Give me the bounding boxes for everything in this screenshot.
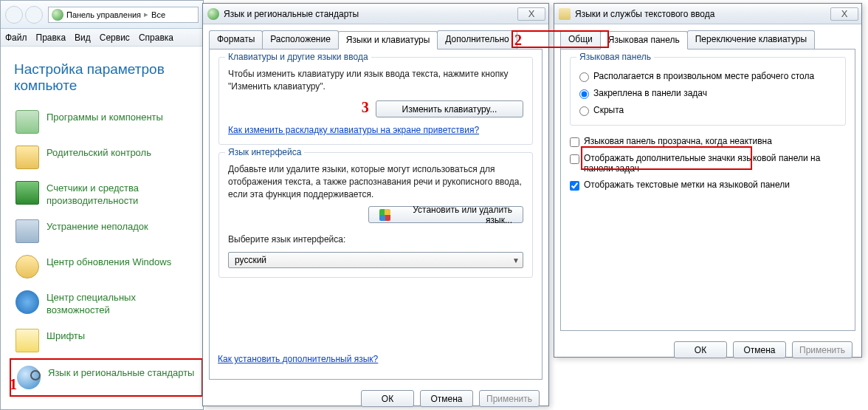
programs-icon <box>16 110 39 134</box>
group-keyboards: Клавиатуры и другие языки ввода Чтобы из… <box>218 57 533 145</box>
address-icon <box>52 9 63 21</box>
ok-button[interactable]: ОК <box>361 390 414 407</box>
tab-language-panel[interactable]: Языковая панель <box>600 31 688 49</box>
menu-help[interactable]: Справка <box>139 33 173 43</box>
item-fonts[interactable]: Шрифты <box>10 323 203 358</box>
chk-transparent[interactable]: Языковая панель прозрачна, когда неактив… <box>570 133 846 150</box>
radio-hidden-input[interactable] <box>579 106 589 116</box>
group-keyboards-text: Чтобы изменить клавиатуру или язык ввода… <box>228 68 523 93</box>
group-keyboards-legend: Клавиатуры и другие языки ввода <box>225 52 371 62</box>
group-language-panel: Языковая панель Располагается в произвол… <box>570 57 846 126</box>
menu-edit[interactable]: Правка <box>36 33 66 43</box>
ok-button[interactable]: ОК <box>674 341 727 358</box>
group-ui-legend: Язык интерфейса <box>225 147 304 157</box>
tab-advanced[interactable]: Дополнительно <box>437 30 517 49</box>
fonts-icon <box>16 329 39 352</box>
performance-icon <box>16 181 39 205</box>
item-windows-update[interactable]: Центр обновления Windows <box>10 249 203 284</box>
nav-forward-button[interactable] <box>25 6 43 24</box>
item-accessibility[interactable]: Центр специальных возможностей <box>10 284 203 323</box>
control-panel-window: Панель управления ▸ Все Файл Правка Вид … <box>0 0 204 410</box>
item-programs[interactable]: Программы и компоненты <box>10 104 203 140</box>
dialog-icon <box>207 8 219 20</box>
item-performance[interactable]: Счетчики и средства производительности <box>10 175 203 213</box>
item-troubleshoot[interactable]: Устранение неполадок <box>10 213 203 249</box>
tab-keyboards[interactable]: Языки и клавиатуры <box>338 31 438 49</box>
chk-transparent-input[interactable] <box>570 137 579 147</box>
item-parental[interactable]: Родительский контроль <box>10 140 203 175</box>
group-ui-language: Язык интерфейса Добавьте или удалите язы… <box>218 152 533 278</box>
menu-service[interactable]: Сервис <box>100 33 130 43</box>
link-install-extra[interactable]: Как установить дополнительный язык? <box>218 354 378 364</box>
radio-taskbar[interactable]: Закреплена в панели задач <box>579 85 836 102</box>
tab-location[interactable]: Расположение <box>262 30 339 49</box>
text-services-dialog: Языки и службы текстового ввода Χ Общи Я… <box>554 3 862 358</box>
menu-file[interactable]: Файл <box>5 33 27 43</box>
apply-button[interactable]: Применить <box>479 390 540 407</box>
control-panel-list: Программы и компоненты Родительский конт… <box>1 98 203 397</box>
chk-extra-icons[interactable]: Отображать дополнительные значки языково… <box>570 150 846 177</box>
chk-text-labels-input[interactable] <box>570 181 579 191</box>
tab-switch-keyboard[interactable]: Переключение клавиатуры <box>687 30 815 49</box>
tab-general[interactable]: Общи <box>560 30 601 49</box>
annotation-3: 3 <box>362 99 369 115</box>
nav-back-button[interactable] <box>5 6 23 24</box>
group-ui-text: Добавьте или удалите языки, которые могу… <box>228 163 523 200</box>
annotation-2: 2 <box>514 32 522 49</box>
ui-language-dropdown[interactable]: русский ▼ <box>228 252 523 268</box>
region-icon <box>17 366 41 389</box>
chevron-down-icon: ▼ <box>512 256 520 264</box>
address-bar[interactable]: Панель управления ▸ Все <box>48 7 199 23</box>
accessibility-icon <box>16 290 39 314</box>
region-language-dialog: Язык и региональные стандарты Χ Форматы … <box>202 3 549 406</box>
apply-button[interactable]: Применить <box>792 341 852 358</box>
radio-float-input[interactable] <box>579 72 589 82</box>
menu-view[interactable]: Вид <box>75 33 91 43</box>
link-welcome-screen[interactable]: Как изменить раскладку клавиатуры на экр… <box>228 125 523 135</box>
chk-extra-icons-input[interactable] <box>570 154 579 164</box>
menu-bar: Файл Правка Вид Сервис Справка <box>1 29 203 47</box>
dropdown-value: русский <box>235 255 266 265</box>
windows-update-icon <box>16 255 39 279</box>
page-title: Настройка параметров компьюте <box>1 47 203 98</box>
change-keyboard-button[interactable]: Изменить клавиатуру... <box>376 100 523 117</box>
select-ui-label: Выберите язык интерфейса: <box>228 233 523 246</box>
address-root: Панель управления <box>66 10 141 19</box>
parental-icon <box>16 146 39 169</box>
close-button[interactable]: Χ <box>517 7 545 21</box>
annotation-1: 1 <box>10 376 17 393</box>
group-language-panel-legend: Языковая панель <box>576 52 654 62</box>
tab-formats[interactable]: Форматы <box>209 30 263 49</box>
close-button[interactable]: Χ <box>830 7 858 21</box>
chk-text-labels[interactable]: Отображать текстовые метки на языковой п… <box>570 177 846 194</box>
radio-taskbar-input[interactable] <box>579 89 589 99</box>
troubleshoot-icon <box>16 219 39 243</box>
cancel-button[interactable]: Отмена <box>420 390 473 407</box>
install-language-button[interactable]: Установить или удалить язык... <box>368 206 523 223</box>
radio-hidden[interactable]: Скрыта <box>579 102 836 119</box>
item-region-language[interactable]: Язык и региональные стандарты <box>10 358 203 397</box>
address-rest: Все <box>151 10 165 19</box>
radio-float[interactable]: Располагается в произвольном месте рабоч… <box>579 68 836 85</box>
dialog-title: Языки и службы текстового ввода <box>575 9 830 19</box>
dialog-icon <box>559 8 571 20</box>
cancel-button[interactable]: Отмена <box>733 341 786 358</box>
shield-icon <box>379 209 390 221</box>
dialog-title: Язык и региональные стандарты <box>224 9 517 19</box>
